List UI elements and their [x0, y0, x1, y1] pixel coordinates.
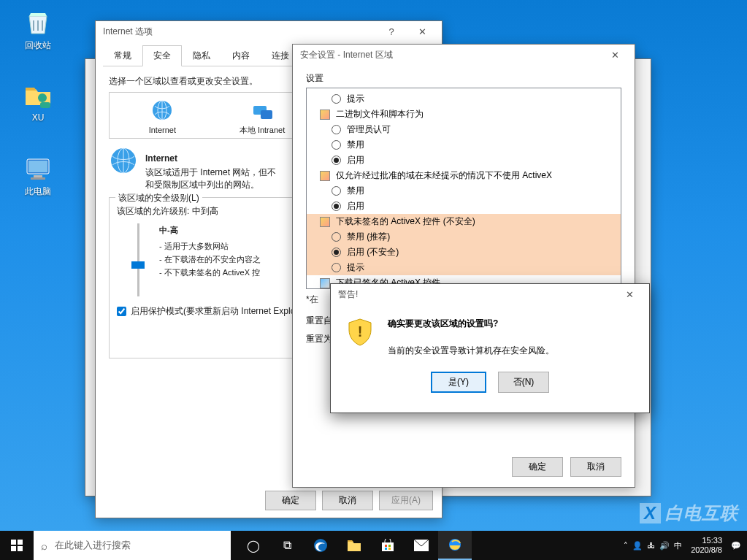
tree-item[interactable]: 提示	[347, 261, 364, 274]
folder-icon	[23, 80, 53, 110]
category-icon	[320, 171, 330, 181]
tree-item[interactable]: 启用	[347, 200, 364, 212]
zone-internet[interactable]: Internet	[112, 99, 212, 135]
tree-item[interactable]: 启用 (不安全)	[347, 246, 399, 258]
zone-desc: 该区域适用于 Internet 网站，但不	[145, 166, 276, 179]
svg-rect-1	[40, 102, 50, 108]
svg-rect-16	[388, 545, 391, 547]
dialog-title: 安全设置 - Internet 区域	[300, 49, 393, 61]
pc-icon	[23, 153, 53, 183]
start-button[interactable]	[0, 531, 34, 560]
windows-logo-icon	[11, 540, 23, 551]
warning-detail: 当前的安全设置导致计算机存在安全风险。	[388, 345, 635, 357]
search-icon: ⌕	[41, 540, 47, 552]
tree-item[interactable]: 启用	[347, 154, 364, 166]
cortana-icon[interactable]: ◯	[237, 531, 270, 560]
desktop-folder-xu[interactable]: XU	[12, 80, 64, 123]
security-slider[interactable]	[127, 223, 149, 296]
close-icon[interactable]: ✕	[599, 45, 630, 65]
tray-people-icon[interactable]: 👤	[632, 541, 643, 551]
tree-category: 二进制文件和脚本行为	[336, 108, 424, 120]
task-view-icon[interactable]: ⧉	[270, 531, 304, 560]
tab-privacy[interactable]: 隐私	[182, 45, 221, 66]
group-legend: 该区域的安全级别(L)	[115, 192, 202, 204]
close-icon[interactable]: ✕	[407, 21, 437, 42]
titlebar[interactable]: Internet 选项 ? ✕	[96, 21, 442, 42]
level-bullet: - 在下载潜在的不安全内容之	[159, 253, 261, 266]
titlebar[interactable]: 警告! ✕	[331, 284, 649, 304]
tray-ime[interactable]: 中	[674, 540, 682, 551]
tray-clock[interactable]: 15:33 2020/8/8	[686, 536, 727, 555]
search-placeholder: 在此键入进行搜索	[55, 539, 131, 552]
level-name: 中-高	[159, 223, 261, 237]
zone-name: Internet	[145, 153, 276, 164]
watermark: X白电互联	[640, 502, 738, 525]
system-tray[interactable]: ˄ 👤 🖧 🔊 中 15:33 2020/8/8 💬	[618, 531, 747, 560]
globe-icon	[109, 146, 138, 175]
svg-rect-9	[261, 110, 272, 119]
chevron-up-icon[interactable]: ˄	[624, 541, 628, 551]
svg-rect-18	[388, 548, 391, 550]
warning-question: 确实要更改该区域的设置吗?	[388, 318, 635, 330]
security-settings-dialog: 安全设置 - Internet 区域 ✕ 设置 提示 二进制文件和脚本行为 管理…	[292, 44, 635, 488]
tray-volume-icon[interactable]: 🔊	[659, 541, 670, 551]
level-bullet: - 不下载未签名的 ActiveX 控	[159, 266, 261, 279]
edge-icon[interactable]	[304, 531, 337, 560]
tab-content[interactable]: 内容	[221, 45, 261, 66]
warning-dialog: 警告! ✕ ! 确实要更改该区域的设置吗? 当前的安全设置导致计算机存在安全风险…	[330, 283, 650, 413]
tab-security[interactable]: 安全	[142, 45, 182, 66]
notifications-icon[interactable]: 💬	[731, 541, 741, 551]
search-box[interactable]: ⌕ 在此键入进行搜索	[34, 531, 231, 560]
svg-point-0	[38, 93, 47, 102]
svg-rect-3	[28, 161, 47, 172]
protected-mode-checkbox[interactable]	[117, 307, 126, 316]
desktop-recycle-bin[interactable]: 回收站	[12, 7, 64, 52]
tab-general[interactable]: 常规	[103, 45, 142, 66]
svg-rect-5	[31, 177, 45, 180]
tree-item[interactable]: 禁用	[347, 139, 364, 151]
intranet-icon	[250, 99, 274, 122]
globe-icon	[150, 99, 174, 122]
svg-text:!: !	[358, 323, 363, 340]
tree-item[interactable]: 禁用	[347, 185, 364, 197]
svg-rect-4	[34, 175, 42, 177]
svg-rect-14	[382, 542, 394, 551]
taskbar: ⌕ 在此键入进行搜索 ◯ ⧉ ˄ 👤 🖧 🔊 中 15:33 2020/8/8 …	[0, 531, 747, 560]
desktop-label: 回收站	[12, 39, 64, 52]
help-button[interactable]: ?	[376, 21, 407, 42]
desktop-label: 此电脑	[12, 185, 64, 198]
category-icon	[320, 217, 330, 227]
ok-button[interactable]: 确定	[512, 457, 563, 477]
titlebar[interactable]: 安全设置 - Internet 区域 ✕	[293, 45, 635, 65]
category-icon	[320, 110, 330, 120]
mail-icon[interactable]	[405, 531, 438, 560]
tree-item[interactable]: 禁用 (推荐)	[347, 231, 390, 243]
settings-tree[interactable]: 提示 二进制文件和脚本行为 管理员认可 禁用 启用 仅允许经过批准的域在未经提示…	[306, 88, 621, 289]
explorer-icon[interactable]	[337, 531, 371, 560]
store-icon[interactable]	[371, 531, 405, 560]
recycle-bin-icon	[23, 7, 53, 37]
desktop-label: XU	[12, 112, 64, 123]
svg-rect-15	[385, 545, 387, 547]
shield-warning-icon: !	[345, 318, 375, 347]
level-bullet: - 适用于大多数网站	[159, 239, 261, 253]
yes-button[interactable]: 是(Y)	[431, 372, 486, 393]
tree-item[interactable]: 管理员认可	[347, 123, 391, 136]
tray-network-icon[interactable]: 🖧	[647, 541, 655, 550]
zone-desc: 和受限制区域中列出的网站。	[145, 179, 276, 191]
category-icon	[320, 278, 330, 288]
settings-label: 设置	[306, 72, 621, 85]
svg-rect-17	[385, 548, 387, 550]
cancel-button[interactable]: 取消	[322, 491, 373, 510]
close-icon[interactable]: ✕	[614, 284, 645, 304]
apply-button[interactable]: 应用(A)	[379, 491, 433, 510]
dialog-title: 警告!	[338, 288, 358, 301]
cancel-button[interactable]: 取消	[570, 457, 621, 477]
ie-icon[interactable]	[438, 531, 472, 560]
tree-category: 仅允许经过批准的域在未经提示的情况下不使用 ActiveX	[336, 169, 552, 182]
desktop-this-pc[interactable]: 此电脑	[12, 153, 64, 198]
no-button[interactable]: 否(N)	[498, 372, 549, 393]
tree-category: 下载未签名的 ActiveX 控件 (不安全)	[336, 215, 475, 228]
tree-item[interactable]: 提示	[347, 93, 364, 105]
ok-button[interactable]: 确定	[265, 491, 316, 510]
